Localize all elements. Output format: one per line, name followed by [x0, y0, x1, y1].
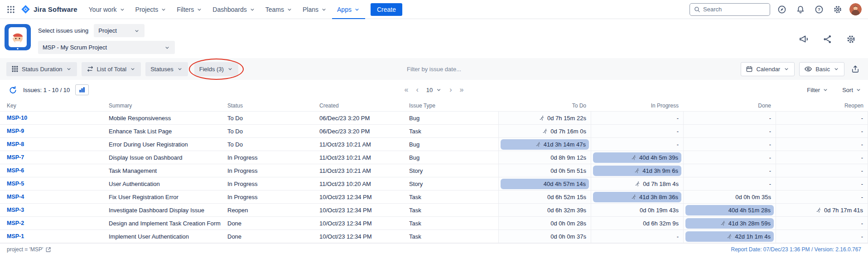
issue-key-link[interactable]: MSP-3	[0, 204, 104, 216]
issue-summary: Enhance Task List Page	[104, 125, 223, 137]
issue-created: 10/Oct/23 12:34 PM	[315, 204, 405, 216]
chevron-down-icon	[134, 28, 140, 34]
runner-icon	[635, 181, 641, 187]
duration-value: 0d 7h 17m 41s	[824, 207, 863, 214]
issue-key-link[interactable]: MSP-6	[0, 164, 104, 177]
statuses-select[interactable]: Statuses	[145, 62, 188, 76]
jira-status-duration-page: Jira Software Your workProjectsFiltersDa…	[0, 0, 868, 259]
view-mode-label: Basic	[815, 66, 830, 73]
top-navbar: Jira Software Your workProjectsFiltersDa…	[0, 0, 868, 19]
duration-value: 0d 0h 19m 43s	[640, 207, 679, 214]
duration-cell: 41d 3h 9m 6s	[591, 164, 683, 177]
next-page-button[interactable]: ›	[449, 86, 452, 93]
runner-icon	[816, 207, 822, 213]
sort-button[interactable]: Sort	[842, 87, 862, 93]
calendar-button[interactable]: Calendar	[741, 62, 795, 76]
duration-value: -	[769, 167, 771, 174]
duration-cell: 40d 4h 5m 39s	[591, 151, 683, 164]
first-page-button[interactable]: «	[405, 86, 409, 93]
issue-key-link[interactable]: MSP-4	[0, 191, 104, 203]
duration-cell: 40d 4h 57m 14s	[498, 177, 591, 190]
duration-cell: 0d 7h 16m 0s	[498, 125, 591, 137]
jira-logo[interactable]: Jira Software	[18, 5, 83, 14]
duration-cell: -	[683, 164, 776, 177]
external-link-icon	[45, 247, 51, 253]
issue-status: Done	[223, 217, 315, 230]
jql-query-link[interactable]: project = 'MSP'	[7, 246, 51, 253]
user-avatar[interactable]	[849, 3, 862, 15]
issue-key-link[interactable]: MSP-5	[0, 177, 104, 190]
app-logo	[5, 24, 31, 50]
issue-key-link[interactable]: MSP-9	[0, 125, 104, 137]
duration-cell: 41d 3h 14m 47s	[498, 138, 591, 151]
report-settings-gear-icon[interactable]	[844, 32, 858, 46]
duration-value: -	[769, 141, 771, 148]
aggregation-select[interactable]: List of Total	[82, 62, 141, 76]
export-icon[interactable]	[849, 63, 862, 75]
duration-value: -	[769, 181, 771, 187]
issue-created: 10/Oct/23 12:34 PM	[315, 217, 405, 230]
table-row: MSP-9Enhance Task List PageTo Do06/Dec/2…	[0, 125, 868, 138]
nav-item-dashboards[interactable]: Dashboards	[207, 0, 260, 19]
duration-bar: 41d 3h 14m 47s	[501, 139, 589, 150]
feedback-megaphone-icon[interactable]	[796, 32, 811, 46]
nav-item-projects[interactable]: Projects	[130, 0, 172, 19]
issue-type: Task	[405, 204, 498, 216]
duration-cell: -	[683, 177, 776, 190]
column-header-issue-type: Issue Type	[405, 103, 498, 109]
nav-item-apps[interactable]: Apps	[332, 0, 365, 19]
issue-summary: Error During User Registration	[104, 138, 223, 151]
issue-key-link[interactable]: MSP-7	[0, 151, 104, 164]
chevron-down-icon	[855, 87, 862, 93]
nav-item-teams[interactable]: Teams	[260, 0, 298, 19]
duration-value: 0d 0h 0m 35s	[735, 194, 771, 200]
page-size-select[interactable]: 10	[426, 87, 442, 93]
nav-item-your-work[interactable]: Your work	[84, 0, 130, 19]
chart-toggle-button[interactable]	[75, 84, 89, 95]
table-body: MSP-10Mobile ResponsivenessTo Do06/Dec/2…	[0, 112, 868, 243]
issue-key-link[interactable]: MSP-2	[0, 217, 104, 230]
nav-item-filters[interactable]: Filters	[172, 0, 207, 19]
help-icon[interactable]: ?	[812, 3, 826, 16]
settings-gear-icon[interactable]	[831, 3, 844, 16]
duration-cell: -	[591, 230, 683, 243]
duration-bar: 41d 3h 8m 36s	[593, 192, 681, 202]
create-button[interactable]: Create	[371, 3, 402, 16]
issue-source-select[interactable]: Project	[94, 24, 145, 37]
fields-select[interactable]: Fields (3)	[194, 62, 238, 76]
issue-source-value: Project	[98, 27, 116, 34]
issue-date-filter[interactable]: Filter by issue date...	[407, 66, 461, 73]
duration-bar: 41d 3h 28m 59s	[685, 218, 774, 229]
filter-button[interactable]: Filter	[807, 87, 829, 93]
nav-item-label: Dashboards	[212, 6, 247, 13]
report-header: Select issues using Project MSP - My Scr…	[0, 19, 868, 58]
duration-cell: -	[776, 177, 868, 190]
report-type-select[interactable]: Status Duration	[6, 62, 77, 76]
refresh-icon[interactable]	[6, 83, 19, 97]
pagination: « ‹ 10 › »	[405, 86, 464, 93]
last-page-button[interactable]: »	[460, 86, 464, 93]
nav-item-plans[interactable]: Plans	[298, 0, 332, 19]
chevron-down-icon	[66, 66, 72, 72]
issue-key-link[interactable]: MSP-1	[0, 230, 104, 243]
issue-status: Reopen	[223, 204, 315, 216]
prev-page-button[interactable]: ‹	[416, 86, 418, 93]
app-switcher-icon[interactable]	[5, 3, 17, 16]
issue-created: 11/Oct/23 10:21 AM	[315, 138, 405, 151]
discover-icon[interactable]	[775, 3, 789, 16]
project-value: MSP - My Scrum Project	[43, 44, 107, 51]
search-input[interactable]	[703, 6, 766, 13]
issue-status: In Progress	[223, 177, 315, 190]
issue-key-link[interactable]: MSP-8	[0, 138, 104, 151]
issue-type: Task	[405, 217, 498, 230]
project-select[interactable]: MSP - My Scrum Project	[38, 41, 175, 54]
share-icon[interactable]	[820, 32, 834, 46]
view-mode-button[interactable]: Basic	[799, 62, 844, 76]
issue-key-link[interactable]: MSP-10	[0, 112, 104, 124]
issue-created: 10/Oct/23 12:34 PM	[315, 191, 405, 203]
search-box[interactable]	[690, 3, 770, 16]
duration-cell: -	[776, 191, 868, 203]
notifications-bell-icon[interactable]	[794, 3, 807, 16]
runner-icon	[535, 142, 541, 147]
duration-cell: -	[591, 112, 683, 124]
